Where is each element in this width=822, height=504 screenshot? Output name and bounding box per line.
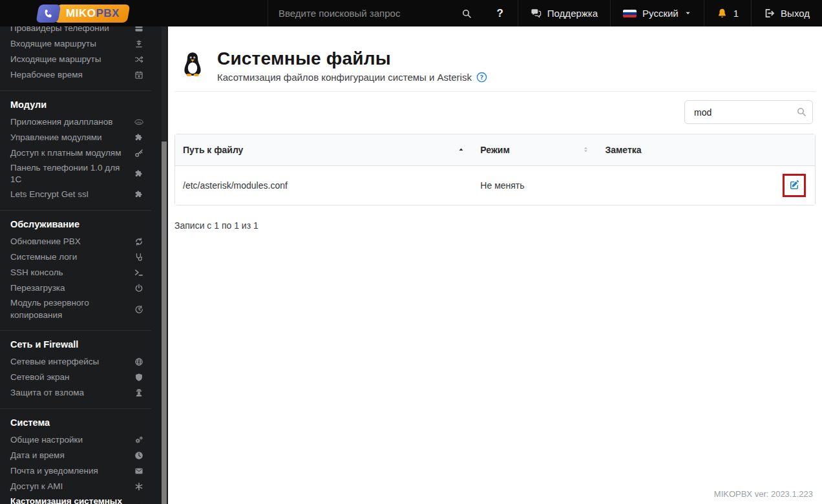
sidebar-item-outgoing-routes[interactable]: Исходящие маршруты xyxy=(0,52,151,67)
logout-label: Выход xyxy=(781,8,810,19)
gears-icon xyxy=(132,436,146,445)
sidebar-item-module-management[interactable]: Управление модулями xyxy=(0,130,151,145)
table-header-row: Путь к файлу Режим Заметка xyxy=(175,134,815,166)
logo-text-miko: MIKO xyxy=(66,7,96,19)
main-content: Системные файлы Касотмизация файлов конф… xyxy=(168,26,822,504)
page-subtitle: Касотмизация файлов конфигурации системы… xyxy=(217,72,472,83)
sidebar-section-modules: Модули Приложения диалпланов php Управле… xyxy=(0,91,151,211)
app-logo[interactable]: MIKOPBX xyxy=(37,5,129,23)
help-button[interactable]: ? xyxy=(482,0,517,26)
mode-cell: Не менять xyxy=(472,166,597,205)
sidebar-item-reboot[interactable]: Перезагрузка xyxy=(0,280,151,296)
global-search xyxy=(268,0,482,26)
sync-icon xyxy=(132,237,146,246)
page-header: Системные файлы Касотмизация файлов конф… xyxy=(179,48,816,83)
user-secret-icon xyxy=(132,388,146,397)
sidebar-item-system-logs[interactable]: Системные логи xyxy=(0,249,151,265)
annotation-highlight-box xyxy=(783,174,806,197)
sidebar-header-network-firewall: Сеть и Firewall xyxy=(0,331,151,354)
edit-file-button[interactable] xyxy=(788,179,800,193)
comments-icon xyxy=(531,8,542,19)
php-icon: php xyxy=(132,118,146,127)
sidebar-section-network: Сеть и Firewall Сетевые интерфейсы Сетев… xyxy=(0,331,151,409)
column-header-mode[interactable]: Режим xyxy=(472,134,597,166)
table-filter-row xyxy=(174,100,816,124)
support-label: Поддержка xyxy=(547,8,598,19)
sidebar-item-pbx-update[interactable]: Обновление PBX xyxy=(0,234,151,249)
linux-penguin-icon xyxy=(179,50,206,78)
sidebar-item-incoming-routes[interactable]: Входящие маршруты xyxy=(0,36,151,52)
language-selector[interactable]: Русский xyxy=(610,0,704,26)
actions-cell xyxy=(774,166,815,205)
table-row: /etc/asterisk/modules.conf Не менять xyxy=(175,166,815,205)
sidebar-item-date-time[interactable]: Дата и время xyxy=(0,448,151,463)
note-cell xyxy=(597,166,774,205)
sidebar-item-backup-module[interactable]: Модуль резервного копирования xyxy=(0,296,151,322)
sort-ascending-icon xyxy=(458,146,465,153)
search-icon xyxy=(796,107,806,120)
sidebar: Провайдеры телефонии Входящие маршруты И… xyxy=(0,26,168,504)
sidebar-item-ami-access[interactable]: Доступ к AMI xyxy=(0,479,151,494)
logs-icon xyxy=(132,253,146,262)
help-circle-icon[interactable]: ? xyxy=(476,72,487,83)
sidebar-item-paid-modules-access[interactable]: Доступ к платным модулям xyxy=(0,145,151,161)
edit-icon xyxy=(788,179,800,193)
sidebar-item-mail-notifications[interactable]: Почта и уведомления xyxy=(0,463,151,479)
records-summary: Записи с 1 по 1 из 1 xyxy=(174,220,816,231)
column-header-note[interactable]: Заметка xyxy=(597,134,774,166)
phone-icon xyxy=(36,5,61,23)
sort-icon xyxy=(582,146,589,153)
bell-icon xyxy=(717,8,728,19)
topbar: MIKOPBX ? Поддержка Русский 1 Выход xyxy=(0,0,822,26)
table-filter xyxy=(684,100,813,124)
file-path-cell: /etc/asterisk/modules.conf xyxy=(175,166,472,205)
sidebar-item-firewall[interactable]: Сетевой экран xyxy=(0,370,151,385)
envelope-icon xyxy=(132,467,146,476)
caret-down-icon xyxy=(684,10,691,17)
sign-out-icon xyxy=(764,8,775,19)
power-icon xyxy=(132,284,146,293)
search-icon[interactable] xyxy=(461,8,472,19)
sidebar-item-network-interfaces[interactable]: Сетевые интерфейсы xyxy=(0,354,151,370)
russian-flag-icon xyxy=(623,10,637,17)
sidebar-item-off-work-time[interactable]: Нерабочее время xyxy=(0,67,151,83)
table-filter-input[interactable] xyxy=(684,100,813,124)
logout-button[interactable]: Выход xyxy=(751,0,822,26)
route-in-icon xyxy=(132,39,146,48)
global-search-input[interactable] xyxy=(279,8,454,19)
key-icon xyxy=(132,149,146,158)
logo-badge: MIKOPBX xyxy=(54,5,131,23)
sidebar-header-modules: Модули xyxy=(0,91,151,114)
sidebar-item-intrusion-protection[interactable]: Защита от взлома xyxy=(0,385,151,401)
route-out-icon xyxy=(132,55,146,64)
notifications-button[interactable]: 1 xyxy=(704,0,751,26)
puzzle-icon xyxy=(132,169,146,178)
version-label: MIKOPBX ver: 2023.1.223 xyxy=(714,489,813,499)
sidebar-item-ssh-console[interactable]: SSH консоль xyxy=(0,265,151,280)
sidebar-item-system-files-customization[interactable]: Кастомизация системных файлов xyxy=(0,494,151,504)
brand-area: MIKOPBX xyxy=(0,0,268,26)
globe-icon xyxy=(132,357,146,366)
sidebar-scrollbar[interactable] xyxy=(162,26,167,504)
support-button[interactable]: Поддержка xyxy=(518,0,610,26)
sidebar-item-dialplan-apps[interactable]: Приложения диалпланов php xyxy=(0,114,151,130)
sidebar-item-phone-panel-1c[interactable]: Панель телефонии 1.0 для 1С xyxy=(0,161,151,187)
terminal-icon xyxy=(132,268,146,277)
column-header-file-path[interactable]: Путь к файлу xyxy=(175,134,472,166)
sidebar-item-general-settings[interactable]: Общие настройки xyxy=(0,432,151,448)
sidebar-section-system: Система Общие настройки Дата и время Поч… xyxy=(0,409,151,504)
logo-text-pbx: PBX xyxy=(96,7,119,19)
sidebar-scrollbar-thumb[interactable] xyxy=(162,142,167,504)
sidebar-item-lets-encrypt[interactable]: Lets Encrypt Get ssl xyxy=(0,187,151,202)
notification-count: 1 xyxy=(733,8,739,19)
language-label: Русский xyxy=(642,8,679,19)
svg-text:php: php xyxy=(136,121,142,124)
svg-text:?: ? xyxy=(480,74,483,81)
column-header-actions xyxy=(774,134,815,166)
sidebar-header-system: Система xyxy=(0,409,151,432)
sidebar-section-maintenance: Обслуживание Обновление PBX Системные ло… xyxy=(0,211,151,330)
shield-icon xyxy=(132,373,146,382)
sidebar-menu: Провайдеры телефонии Входящие маршруты И… xyxy=(0,21,168,504)
asterisk-icon xyxy=(132,482,146,491)
app-window: MIKOPBX ? Поддержка Русский 1 Выход xyxy=(0,0,822,504)
